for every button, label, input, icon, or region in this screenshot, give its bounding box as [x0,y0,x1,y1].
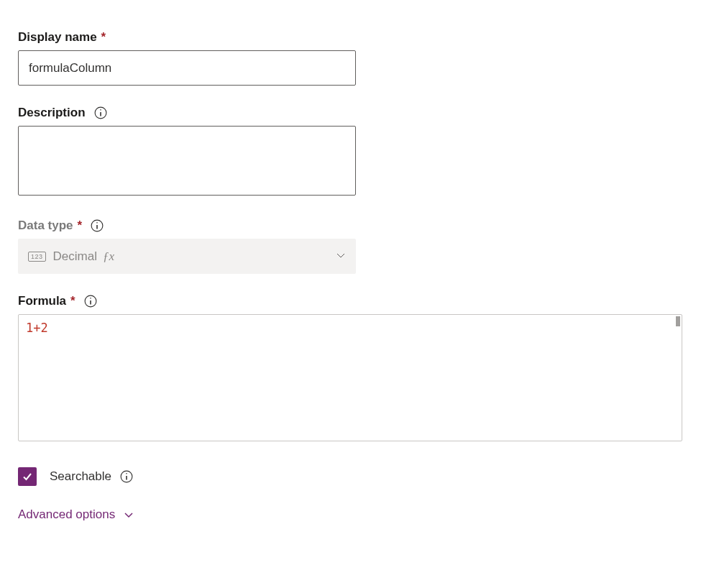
searchable-checkbox[interactable] [18,467,37,486]
description-input[interactable] [18,126,356,196]
chevron-down-icon [124,510,134,520]
svg-point-2 [100,109,101,111]
formula-label: Formula * [18,294,683,308]
display-name-input[interactable] [18,50,356,86]
info-icon[interactable] [94,106,107,119]
formula-label-text: Formula [18,294,66,308]
searchable-row: Searchable [18,467,683,486]
required-asterisk: * [70,294,75,308]
data-type-dropdown[interactable]: 123 Decimal ƒx [18,239,356,274]
advanced-options-link[interactable]: Advanced options [18,507,134,522]
description-label: Description [18,106,683,120]
display-name-label: Display name * [18,30,683,45]
data-type-label-text: Data type [18,219,73,233]
required-asterisk: * [101,30,106,45]
svg-point-11 [126,473,127,474]
info-icon[interactable] [84,295,97,308]
formula-token-number: 2 [41,321,48,335]
info-icon[interactable] [120,470,133,483]
description-field: Description [18,106,683,198]
formula-token-operator: + [33,321,40,335]
data-type-label: Data type * [18,219,683,233]
number-type-icon: 123 [28,252,46,262]
info-icon[interactable] [91,219,104,232]
description-label-text: Description [18,106,86,120]
required-asterisk: * [78,219,83,233]
fx-icon: ƒx [103,249,114,264]
display-name-field: Display name * [18,30,683,86]
data-type-selected: Decimal ƒx [53,249,336,264]
advanced-options-label: Advanced options [18,507,115,522]
chevron-down-icon [336,250,346,263]
searchable-label: Searchable [50,469,111,484]
svg-point-5 [96,222,98,224]
formula-token-number: 1 [26,321,33,335]
formula-field: Formula * 1+2 [18,294,683,441]
svg-point-8 [90,298,91,299]
formula-editor[interactable]: 1+2 [18,314,682,441]
display-name-label-text: Display name [18,30,97,45]
data-type-field: Data type * 123 Decimal ƒx [18,219,683,274]
